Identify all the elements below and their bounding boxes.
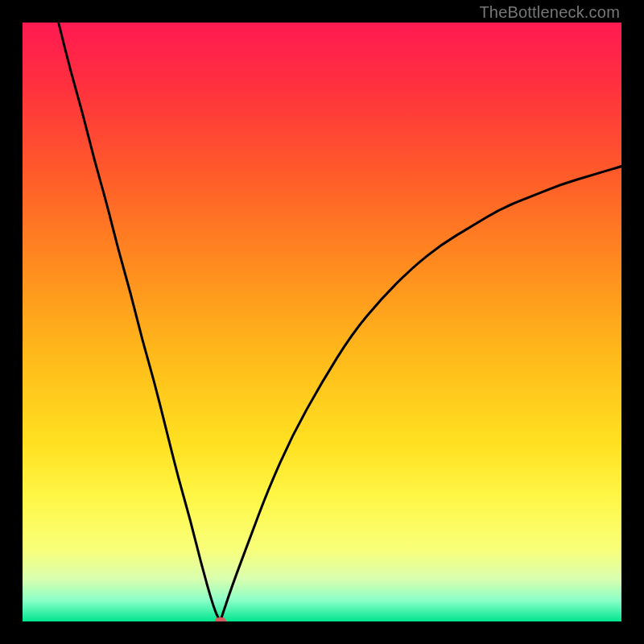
plot-area <box>23 23 621 621</box>
bottleneck-curve <box>23 23 621 621</box>
chart-frame: TheBottleneck.com <box>0 0 644 644</box>
optimal-point-marker <box>215 617 226 621</box>
watermark-text: TheBottleneck.com <box>479 3 620 22</box>
